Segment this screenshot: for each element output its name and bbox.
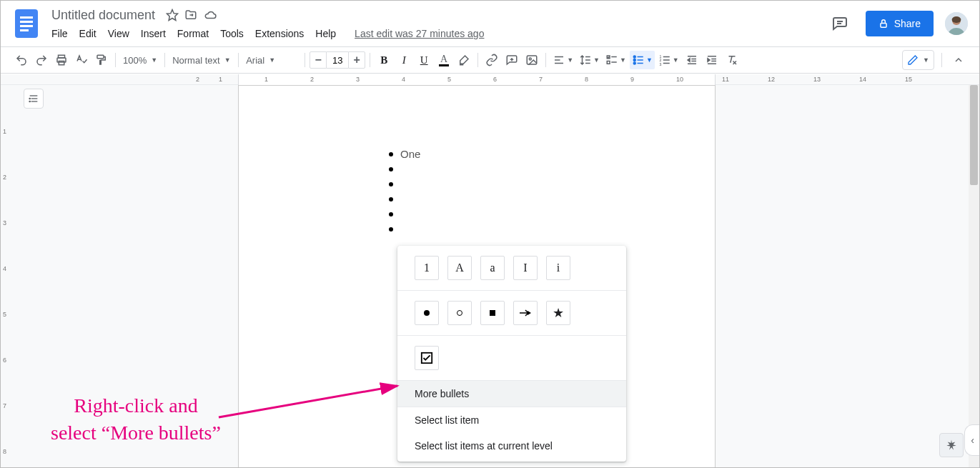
horizontal-ruler[interactable]: 21123456789101112131415 xyxy=(1,74,979,85)
svg-rect-4 xyxy=(20,29,29,31)
checklist-button[interactable]: ▼ xyxy=(603,51,628,69)
undo-button[interactable] xyxy=(12,51,31,69)
last-edit-link[interactable]: Last edit was 27 minutes ago xyxy=(350,25,489,42)
docs-logo-icon[interactable] xyxy=(12,9,41,38)
indent-decrease-button[interactable] xyxy=(683,51,701,69)
list-item[interactable] xyxy=(389,221,420,237)
menu-edit[interactable]: Edit xyxy=(74,25,102,42)
bold-button[interactable]: B xyxy=(375,51,393,69)
vertical-ruler[interactable]: 12345678 xyxy=(1,85,11,467)
font-family-selector[interactable]: Arial ▼ xyxy=(243,51,300,69)
bullet-checkbox[interactable] xyxy=(415,346,439,370)
svg-text:3: 3 xyxy=(659,62,661,66)
svg-point-31 xyxy=(633,62,635,64)
share-button[interactable]: Share xyxy=(866,11,934,36)
ruler-tick: 13 xyxy=(813,76,821,83)
svg-point-55 xyxy=(29,101,30,101)
font-size-decrease-button[interactable]: − xyxy=(310,51,327,69)
ruler-tick: 7 xyxy=(3,402,6,409)
add-comment-button[interactable] xyxy=(503,51,521,69)
select-list-items-level[interactable]: Select list items at current level xyxy=(397,433,626,459)
document-body[interactable]: One xyxy=(389,146,420,237)
ruler-tick: 5 xyxy=(447,76,451,83)
document-title[interactable]: Untitled document xyxy=(46,6,160,24)
line-spacing-button[interactable]: ▼ xyxy=(577,51,602,69)
ruler-tick: 2 xyxy=(310,76,314,83)
italic-button[interactable]: I xyxy=(395,51,413,69)
more-bullets-item[interactable]: More bullets xyxy=(397,381,626,407)
insert-link-button[interactable] xyxy=(482,51,501,69)
zoom-selector[interactable]: 100% ▼ xyxy=(120,51,160,69)
menu-tools[interactable]: Tools xyxy=(215,25,249,42)
cloud-status-icon[interactable] xyxy=(203,9,217,21)
list-style-1[interactable]: 1 xyxy=(415,256,439,280)
move-folder-icon[interactable] xyxy=(184,9,197,21)
chevron-down-icon: ▼ xyxy=(269,56,275,64)
paint-format-button[interactable] xyxy=(92,51,111,69)
font-size-increase-button[interactable]: + xyxy=(348,51,365,69)
bulleted-list-button[interactable]: ▼ xyxy=(630,51,655,69)
bullet-square[interactable] xyxy=(480,301,505,325)
toolbar: 100% ▼ Normal text ▼ Arial ▼ − + B I U A… xyxy=(1,46,979,74)
editing-mode-button[interactable]: ▼ xyxy=(902,50,934,70)
menu-view[interactable]: View xyxy=(103,25,134,42)
ruler-tick: 1 xyxy=(3,128,6,135)
vertical-scrollbar[interactable] xyxy=(969,85,979,467)
list-item[interactable] xyxy=(389,161,420,176)
menu-help[interactable]: Help xyxy=(310,25,341,42)
text-color-button[interactable]: A xyxy=(435,51,453,69)
numbered-style-options: 1 A a I i xyxy=(415,256,609,280)
bullet-disc[interactable] xyxy=(415,301,439,325)
menu-file[interactable]: File xyxy=(46,25,73,42)
collapse-toolbar-button[interactable] xyxy=(949,51,968,69)
menu-format[interactable]: Format xyxy=(172,25,214,42)
open-comments-button[interactable] xyxy=(826,9,854,38)
bullet-star[interactable]: ★ xyxy=(546,301,570,325)
underline-button[interactable]: U xyxy=(415,51,433,69)
indent-increase-button[interactable] xyxy=(703,51,721,69)
numbered-list-button[interactable]: 123▼ xyxy=(656,51,681,69)
pencil-icon xyxy=(907,54,919,66)
list-item[interactable] xyxy=(389,176,420,191)
document-outline-button[interactable] xyxy=(24,89,44,109)
highlight-color-button[interactable] xyxy=(455,51,473,69)
paragraph-style-selector[interactable]: Normal text ▼ xyxy=(169,51,234,69)
workspace: 21123456789101112131415 12345678 One 1 A… xyxy=(1,74,979,467)
redo-button[interactable] xyxy=(32,51,51,69)
bullet-icon xyxy=(389,167,393,171)
list-style-i[interactable]: i xyxy=(546,256,570,280)
explore-button[interactable] xyxy=(939,433,964,457)
menu-extensions[interactable]: Extensions xyxy=(250,25,309,42)
account-avatar[interactable] xyxy=(945,12,968,35)
font-size-input[interactable] xyxy=(327,51,348,69)
ruler-tick: 8 xyxy=(3,448,6,455)
svg-point-29 xyxy=(633,56,635,58)
list-item[interactable] xyxy=(389,206,420,221)
bullet-arrow[interactable] xyxy=(513,301,538,325)
bullet-icon xyxy=(389,152,393,156)
bullet-circle[interactable] xyxy=(447,301,472,325)
ruler-tick: 1 xyxy=(264,76,268,83)
svg-rect-17 xyxy=(527,56,537,64)
list-style-a[interactable]: a xyxy=(480,256,505,280)
align-button[interactable]: ▼ xyxy=(550,51,575,69)
menu-insert[interactable]: Insert xyxy=(136,25,171,42)
chevron-down-icon: ▼ xyxy=(151,56,157,64)
insert-image-button[interactable] xyxy=(523,51,541,69)
list-item[interactable] xyxy=(389,191,420,206)
ruler-tick: 15 xyxy=(905,76,912,83)
star-icon[interactable] xyxy=(166,9,179,21)
svg-rect-3 xyxy=(20,25,33,27)
list-style-A[interactable]: A xyxy=(447,256,472,280)
clear-formatting-button[interactable] xyxy=(723,51,741,69)
svg-point-54 xyxy=(29,98,30,99)
spellcheck-button[interactable] xyxy=(72,51,91,69)
print-button[interactable] xyxy=(52,51,71,69)
list-item[interactable]: One xyxy=(389,146,420,161)
list-style-I[interactable]: I xyxy=(513,256,538,280)
ruler-tick: 3 xyxy=(356,76,360,83)
select-list-item[interactable]: Select list item xyxy=(397,407,626,433)
list-item-text: One xyxy=(400,148,420,160)
side-panel-toggle[interactable]: ‹ xyxy=(964,424,979,456)
bullet-icon xyxy=(389,212,393,216)
